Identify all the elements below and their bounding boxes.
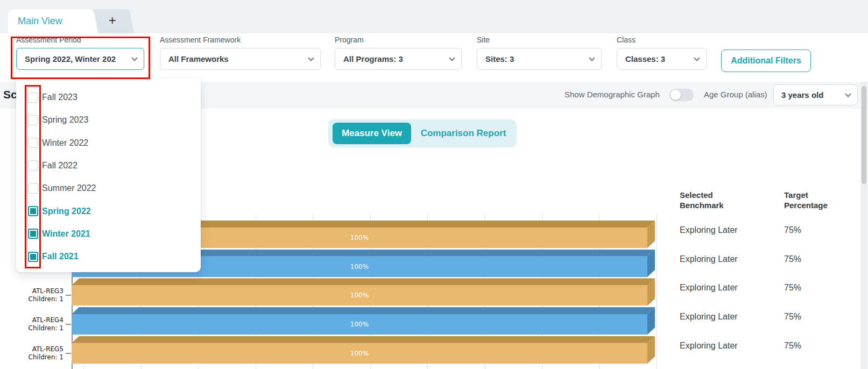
assessment-period-option-label: Fall 2022 [42, 161, 77, 171]
benchmark-column-header: Selected Benchmark [680, 190, 724, 210]
bar-value-label: 100% [72, 285, 647, 306]
assessment-period-dropdown: Fall 2023 Spring 2023 Winter 2022 Fall 2… [16, 79, 201, 272]
checkbox[interactable] [28, 138, 38, 148]
assessment-period-option[interactable]: Spring 2022 [16, 200, 201, 223]
benchmark-value: Exploring Later [680, 341, 738, 351]
screen: 100% 100% 100% ATL-REG3Children: 1 [0, 0, 868, 369]
tab-main-view-label: Main View [8, 9, 89, 33]
assessment-period-option[interactable]: Spring 2023 [16, 109, 201, 131]
plus-icon: + [93, 9, 132, 32]
target-percentage-value: 75% [784, 254, 801, 264]
assessment-period-option[interactable]: Summer 2022 [16, 177, 201, 200]
assessment-period-option[interactable]: Winter 2022 [16, 132, 201, 154]
tab-main-view[interactable]: Main View [8, 9, 89, 33]
assessment-period-option[interactable]: Winter 2021 [16, 223, 201, 245]
bar-value-label: 100% [72, 343, 647, 364]
checkbox[interactable] [28, 183, 38, 194]
axis-tick [66, 324, 71, 325]
bar-3d-top-face [72, 336, 655, 343]
benchmark-value: Exploring Later [680, 312, 738, 322]
bar-category-label: ATL-REG3Children: 1 [8, 287, 63, 303]
checkbox[interactable] [28, 93, 38, 103]
assessment-period-option-label: Fall 2021 [42, 252, 79, 261]
vertical-scrollbar[interactable] [860, 82, 867, 369]
assessment-period-option-label: Fall 2023 [42, 93, 77, 102]
assessment-period-option[interactable]: Fall 2023 [16, 86, 201, 109]
checkbox[interactable] [28, 115, 38, 125]
assessment-period-option-label: Summer 2022 [42, 183, 96, 193]
assessment-period-option-label: Winter 2022 [42, 138, 88, 148]
bar-value-label: 100% [72, 314, 647, 335]
checkbox[interactable] [28, 252, 38, 262]
target-percentage-value: 75% [784, 341, 801, 351]
scrollbar-thumb[interactable] [862, 86, 866, 184]
benchmark-value: Exploring Later [680, 283, 738, 293]
bar-row[interactable]: 100% ATL-REG4Children: 1 [0, 307, 678, 335]
benchmark-value: Exploring Later [680, 254, 738, 264]
checkbox[interactable] [28, 160, 38, 171]
bar-category-label: ATL-REG4Children: 1 [8, 316, 63, 332]
checkbox[interactable] [28, 206, 38, 216]
benchmark-value: Exploring Later [680, 225, 738, 235]
checkbox[interactable] [28, 229, 38, 239]
assessment-period-option-label: Spring 2023 [42, 115, 88, 125]
target-percentage-value: 75% [784, 312, 801, 322]
target-percentage-value: 75% [784, 283, 801, 293]
axis-tick [66, 295, 71, 296]
assessment-period-option-label: Winter 2021 [42, 229, 90, 239]
assessment-period-option[interactable]: Fall 2021 [16, 245, 201, 268]
bar-row[interactable]: 100% ATL-REG3Children: 1 [0, 278, 678, 306]
target-column-header: Target Percentage [784, 190, 828, 210]
assessment-period-option-label: Spring 2022 [42, 207, 91, 216]
assessment-period-option[interactable]: Fall 2022 [16, 154, 201, 177]
bar-category-label: ATL-REG5Children: 1 [8, 345, 63, 361]
bar-3d-top-face [72, 278, 655, 285]
bar-row[interactable]: 100% ATL-REG5Children: 1 [0, 336, 678, 364]
target-percentage-value: 75% [784, 225, 801, 235]
bar-3d-top-face [72, 307, 655, 314]
axis-tick [66, 353, 71, 354]
